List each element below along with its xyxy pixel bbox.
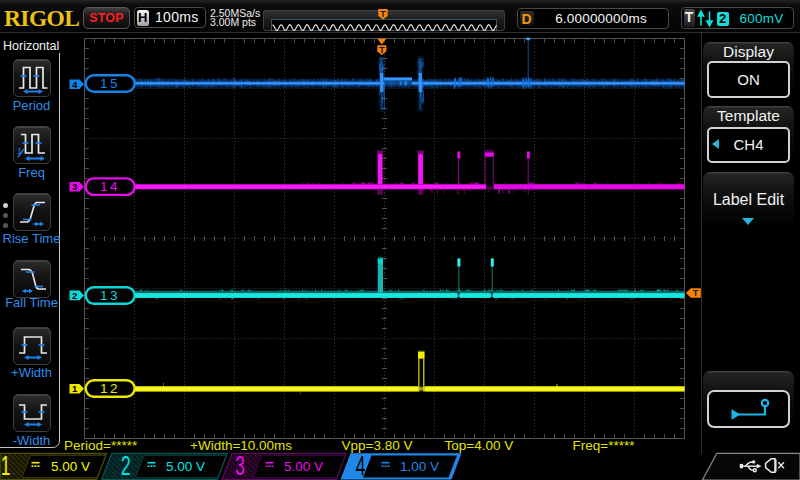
svg-text:1.00 V: 1.00 V	[400, 459, 439, 474]
svg-text:3: 3	[235, 450, 245, 480]
svg-text:3: 3	[72, 181, 77, 192]
svg-text:1: 1	[72, 383, 78, 394]
svg-text:5.00 V: 5.00 V	[51, 459, 90, 474]
svg-text:4: 4	[72, 79, 78, 90]
svg-text:13: 13	[100, 288, 120, 303]
svg-text:4: 4	[356, 450, 366, 480]
svg-text:15: 15	[100, 76, 120, 91]
svg-text:1: 1	[1, 450, 11, 480]
svg-text:5.00 V: 5.00 V	[284, 459, 323, 474]
svg-text:5.00 V: 5.00 V	[166, 459, 205, 474]
svg-text:12: 12	[100, 381, 120, 396]
svg-text:2: 2	[72, 290, 77, 301]
svg-text:14: 14	[100, 179, 120, 194]
svg-text:T: T	[379, 44, 385, 55]
svg-text:2: 2	[121, 450, 131, 480]
svg-text:T: T	[693, 288, 699, 298]
